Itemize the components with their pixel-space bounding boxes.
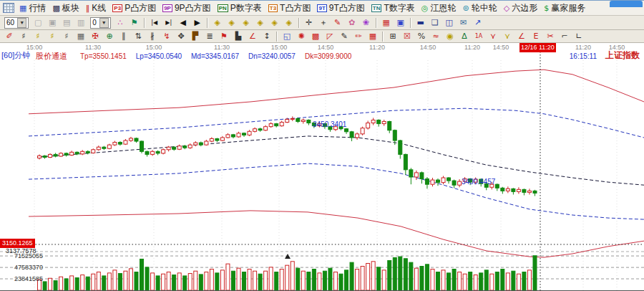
red-grid-icon[interactable]: ▩ [308,30,323,43]
first-bar-button[interactable]: |◀ [147,16,162,29]
matrix-tool-icon[interactable]: ⊞ [386,30,400,43]
menu-9p-histogram[interactable]: 9P9P凸方图 [160,1,215,15]
mail-icon[interactable]: ✉ [457,16,471,29]
gann-grid-gold-1-icon[interactable]: ♯ [31,30,45,43]
menu-wheel-in-wheel-icon: ⊚ [462,4,469,12]
menu-winner-service-icon: $ [544,4,549,12]
price-annotation-peak: 3450.3401 [313,120,346,128]
menu-quotes[interactable]: ▦行情 [17,1,50,15]
gann-diamond-4-icon[interactable]: ◈ [253,16,268,29]
gann-diamond-6-icon[interactable]: ◈ [282,16,296,29]
menu-9t-histogram[interactable]: 9T9T凸方图 [315,1,369,15]
split-view-icon[interactable]: ▤ [59,16,74,29]
menu-p-table[interactable]: PNP数字表 [215,1,266,15]
gann-diamond-1-icon[interactable]: ◈ [210,16,225,29]
grid-view-icon[interactable]: ▣ [45,16,59,29]
fork-red-icon[interactable]: ⋎ [486,30,500,43]
menu-p-histogram-label: P凸方图 [125,2,156,14]
menu-9p-histogram-label: 9P凸方图 [175,2,211,14]
scatter-tool-icon[interactable]: ∴ [113,16,127,29]
menu-sectors[interactable]: ▩板块 [50,1,83,15]
blue-corner-icon[interactable]: ◱ [280,30,294,43]
calculator-icon[interactable]: ▣ [394,16,408,29]
table-grid-icon[interactable] [3,3,14,13]
export-icon[interactable]: ↗ [471,16,485,29]
next-bar-button[interactable]: ▶ [190,16,205,29]
parallel-lines-icon[interactable]: ∥ [117,30,131,43]
gann-diamond-3-icon[interactable]: ◈ [239,16,253,29]
burst-tool-icon[interactable]: ✺ [294,30,308,43]
gann-grid-icon[interactable]: ♯ [16,30,31,43]
fork-gold-icon[interactable]: ⋎ [500,30,514,43]
slope-tool-icon[interactable]: ∆ [457,30,472,43]
menu-gann-wheel[interactable]: ◎江恩轮 [419,1,461,15]
app-window: ▦行情▩板块‖K线P3P凸方图9P9P凸方图PNP数字表T3T凸方图9T9T凸方… [0,0,644,291]
vertical-arrows-icon[interactable]: ↕ [260,30,274,43]
step-tool-icon[interactable]: ⌐ [557,30,572,43]
window-icon[interactable]: ❏ [428,16,442,29]
period-combo-value: 60 [6,19,14,27]
gann-diamond-2-icon[interactable]: ◈ [225,16,239,29]
menu-t-histogram[interactable]: T3T凸方图 [266,1,316,15]
x-curve-icon[interactable]: ☒ [400,30,414,43]
menu-kline[interactable]: ‖K线 [84,1,111,15]
monitor-icon[interactable]: ▬ [414,16,428,29]
chevron-down-icon[interactable]: ▼ [17,18,26,28]
gann-diamond-5-icon[interactable]: ◈ [268,16,282,29]
slope2-tool-icon[interactable]: ∟ [572,30,586,43]
calendar-icon[interactable]: ▦ [379,16,394,29]
menu-9t-histogram-label: 9T凸方图 [329,2,365,14]
indicator-title: 股价通道 [36,52,67,60]
red-checker-icon[interactable]: ▦ [366,30,380,43]
menu-hexagon[interactable]: ◇六边形 [502,1,542,15]
grid-dark-icon[interactable]: ♯ [59,30,74,43]
hatch-icon[interactable]: ▦ [74,30,88,43]
corner-tool-icon[interactable]: ▙ [231,30,245,43]
lightning-icon[interactable]: ↯ [160,30,174,43]
offset-combo[interactable]: 0▼ [90,17,111,29]
pencil-red-icon[interactable]: ✏ [351,30,366,43]
ruler-tool-icon[interactable]: ⇅ [131,30,145,43]
menu-wheel-in-wheel[interactable]: ⊚轮中轮 [460,1,501,15]
flag-chart-icon[interactable]: ⚑ [127,16,142,29]
kline-lines-icon[interactable]: ≣ [203,30,217,43]
menu-kline-label: K线 [92,2,106,14]
target-tool-icon[interactable]: ◉ [443,30,457,43]
angle-tool-icon[interactable]: ∠ [245,30,260,43]
window-tab-fragment[interactable] [610,1,643,7]
menu-t-table[interactable]: TNT数字表 [369,1,419,15]
menu-t-table-label: T数字表 [384,2,414,14]
pencil-black-icon[interactable]: ✎ [337,30,351,43]
layout-tool-icon[interactable]: ▢ [31,16,45,29]
paint-tool-icon[interactable]: ✐ [2,30,16,43]
gann-grid-gold-2-icon[interactable]: ♯ [45,30,59,43]
clover-tool-icon[interactable]: ❀ [359,16,374,29]
flower-tool-icon[interactable]: ✿ [345,16,359,29]
triangle-ruler-icon[interactable]: ◸ [323,30,337,43]
tile-view-icon[interactable]: ▥ [74,16,88,29]
text-1a-icon[interactable]: 1A [472,30,486,43]
anchor-tool-icon[interactable]: ✠ [88,30,102,43]
pencil-tool-icon[interactable]: ✎ [331,16,345,29]
pointer-tool-icon[interactable]: ✛ [302,16,316,29]
angle-red-icon[interactable]: ∠ [514,30,529,43]
flag-tool-icon[interactable]: ⚑ [217,30,231,43]
gann-circle-icon[interactable]: ⊕ [102,30,117,43]
crosshair-tool-icon[interactable]: ＋ [316,16,331,29]
wave-tool-icon[interactable]: ≈ [429,30,443,43]
last-bar-button[interactable]: ▶| [162,16,176,29]
scissors-icon[interactable]: ✂ [543,30,557,43]
chevron-down-icon[interactable]: ▼ [99,18,109,28]
percent-tool-icon[interactable]: % [414,30,429,43]
e-tool-icon[interactable]: E [529,30,543,43]
cross-arrows-icon[interactable]: ✥ [174,30,188,43]
menu-p-histogram[interactable]: P3P凸方图 [110,1,160,15]
period-combo[interactable]: 60▼ [4,17,29,29]
box-grid-icon[interactable]: ▛ [188,30,203,43]
prev-bar-button[interactable]: ◀ [176,16,190,29]
save-icon[interactable]: ◫ [442,16,457,29]
chart-canvas[interactable] [0,43,644,291]
chart-area[interactable]: 15:0011:3015:0011:3015:0014:5011:2014:50… [0,43,644,291]
menu-winner-service[interactable]: $赢家服务 [542,1,590,15]
trend-lines-icon[interactable]: ∦ [145,30,160,43]
